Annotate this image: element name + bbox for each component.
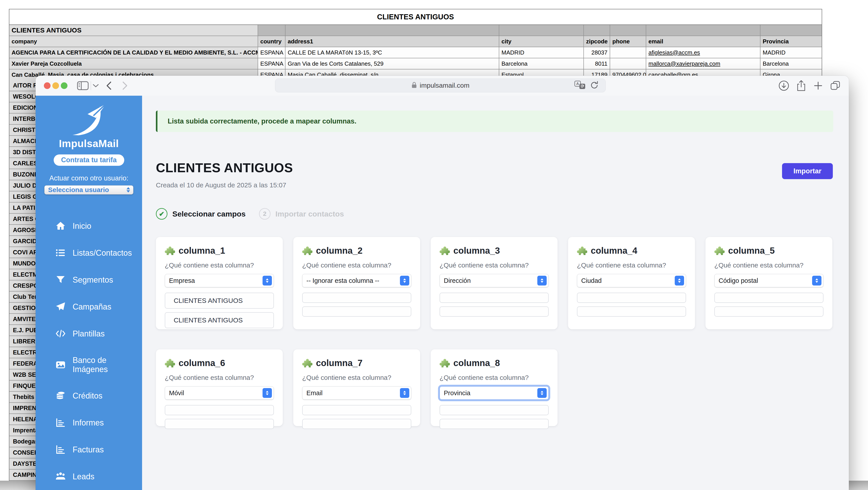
sidebar-item-listas-contactos[interactable]: Listas/Contactos <box>36 239 142 266</box>
column-card: columna_2 ¿Qué contiene esta columna? --… <box>293 237 420 329</box>
sample-value <box>440 419 549 429</box>
select-value: Provincia <box>444 389 470 397</box>
step-1-label: Seleccionar campos <box>172 209 246 218</box>
puzzle-icon <box>302 245 312 256</box>
sidebar-toggle-icon[interactable] <box>77 76 89 96</box>
select-arrows-icon <box>537 276 547 286</box>
column-type-select[interactable]: Provincia <box>440 386 549 400</box>
column-question: ¿Qué contiene esta columna? <box>577 261 686 269</box>
sidebar-item-campanas[interactable]: Campañas <box>36 293 142 320</box>
select-value: Dirección <box>444 277 471 284</box>
user-select-value: Selecciona usuario <box>48 186 109 194</box>
toolbar-divider <box>91 81 91 90</box>
column-card: columna_4 ¿Qué contiene esta columna? Ci… <box>568 237 695 329</box>
coins-icon <box>55 390 66 401</box>
zoom-window-button[interactable] <box>61 82 67 89</box>
bar-chart-icon <box>55 417 66 428</box>
column-header: Provincia <box>761 36 822 47</box>
sidebar-item-segmentos[interactable]: Segmentos <box>36 266 142 293</box>
column-name: columna_7 <box>316 358 363 368</box>
new-tab-icon[interactable] <box>813 76 823 96</box>
page-title: CLIENTES ANTIGUOS <box>156 160 293 175</box>
paper-plane-icon <box>55 301 66 312</box>
column-name: columna_2 <box>316 246 363 256</box>
sidebar-item-label: Créditos <box>72 391 102 400</box>
sample-value <box>714 306 824 317</box>
table-row: Xavier Pareja Cozcolluela ESPANA Gran Vi… <box>9 58 822 69</box>
back-icon[interactable] <box>105 76 112 96</box>
sample-value <box>165 405 274 415</box>
import-button[interactable]: Importar <box>782 163 833 179</box>
download-icon[interactable] <box>778 76 789 96</box>
column-type-select[interactable]: Móvil <box>165 386 274 400</box>
svg-text:A: A <box>576 82 579 86</box>
bar-chart-icon <box>55 444 66 455</box>
column-card: columna_8 ¿Qué contiene esta columna? Pr… <box>431 349 558 426</box>
url-bar[interactable]: impulsamail.com A <box>275 78 606 92</box>
tab-overview-icon[interactable] <box>830 76 841 96</box>
column-header: email <box>646 36 761 47</box>
share-icon[interactable] <box>796 76 806 96</box>
puzzle-icon <box>440 245 450 256</box>
column-question: ¿Qué contiene esta columna? <box>714 261 824 269</box>
browser-titlebar: impulsamail.com A <box>36 76 849 96</box>
contract-plan-button[interactable]: Contrata tu tarifa <box>54 155 124 166</box>
cell-country: ESPANA <box>258 47 285 58</box>
column-card: columna_6 ¿Qué contiene esta columna? Mó… <box>156 349 283 426</box>
sidebar-item-creditos[interactable]: Créditos <box>36 382 142 409</box>
select-value: Email <box>306 389 323 397</box>
cell-company: Xavier Pareja Cozcolluela <box>9 58 258 69</box>
user-select[interactable]: Selecciona usuario <box>44 185 133 195</box>
column-type-select[interactable]: -- Ignorar esta columna -- <box>302 274 411 287</box>
select-arrows-icon <box>400 388 409 398</box>
step-1-check-icon: ✔ <box>156 208 167 220</box>
reload-icon[interactable] <box>590 80 599 90</box>
cell-country: ESPANA <box>258 58 285 69</box>
column-type-select[interactable]: Empresa <box>165 274 274 287</box>
sample-value <box>714 293 824 303</box>
column-question: ¿Qué contiene esta columna? <box>302 261 411 269</box>
column-header: phone <box>610 36 646 47</box>
chevron-down-icon[interactable] <box>93 76 99 96</box>
translate-icon[interactable]: A <box>574 80 586 91</box>
cell-phone <box>610 47 646 58</box>
sidebar-item-inicio[interactable]: Inicio <box>36 213 142 239</box>
forward-icon[interactable] <box>122 76 129 96</box>
impulsamail-logo <box>63 102 115 137</box>
cell-zipcode: 28037 <box>584 47 610 58</box>
column-type-select[interactable]: Código postal <box>714 274 824 287</box>
sidebar-item-label: Segmentos <box>72 275 113 284</box>
column-type-select[interactable]: Ciudad <box>577 274 686 287</box>
sidebar-item-informes[interactable]: Informes <box>36 409 142 436</box>
sidebar-item-facturas[interactable]: Facturas <box>36 436 142 463</box>
column-type-select[interactable]: Email <box>302 386 411 400</box>
minimize-window-button[interactable] <box>52 82 59 89</box>
sidebar-item-leads[interactable]: Leads <box>36 463 142 490</box>
sidebar-item-label: Listas/Contactos <box>72 248 132 258</box>
sidebar-item-label: Campañas <box>72 302 111 311</box>
sidebar-item-plantillas[interactable]: Plantillas <box>36 320 142 347</box>
column-type-select[interactable]: Dirección <box>440 274 549 287</box>
image-icon <box>55 359 66 370</box>
impersonate-label: Actuar como otro usuario: <box>50 174 128 182</box>
sidebar-item-banco-de-imagenes[interactable]: Banco de Imágenes <box>36 347 142 382</box>
select-value: Empresa <box>169 277 195 284</box>
lock-icon <box>411 81 417 90</box>
sample-value <box>440 306 549 317</box>
sidebar-item-label: Inicio <box>72 221 91 231</box>
cell-city: Barcelona <box>499 58 584 69</box>
puzzle-icon <box>165 357 175 368</box>
column-card: columna_5 ¿Qué contiene esta columna? Có… <box>706 237 832 329</box>
puzzle-icon <box>714 245 724 256</box>
spreadsheet-title: CLIENTES ANTIGUOS <box>9 9 822 25</box>
select-value: Móvil <box>169 389 184 397</box>
column-question: ¿Qué contiene esta columna? <box>165 374 274 382</box>
sample-value <box>577 306 686 317</box>
column-mapping-grid: columna_1 ¿Qué contiene esta columna? Em… <box>156 237 832 426</box>
background-spreadsheet: CLIENTES ANTIGUOS CLIENTES ANTIGUOS comp… <box>9 9 822 80</box>
cell-provincia: Barcelona <box>761 58 822 69</box>
select-value: Ciudad <box>581 277 602 284</box>
column-name: columna_5 <box>728 246 775 256</box>
close-window-button[interactable] <box>44 82 51 89</box>
users-icon <box>55 471 66 482</box>
